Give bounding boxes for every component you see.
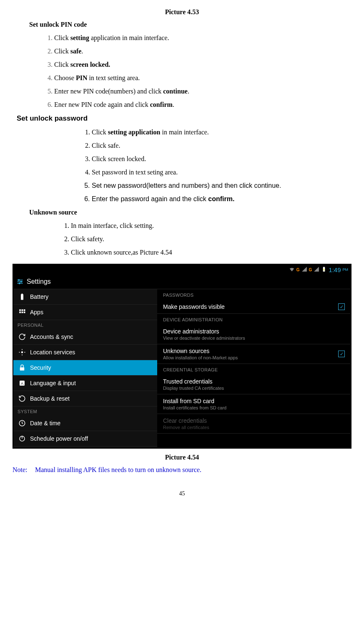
sidebar-item-label: Battery — [30, 293, 48, 300]
svg-rect-6 — [19, 309, 21, 311]
list-item: Choose PIN in text setting area. — [54, 74, 351, 82]
lock-icon — [18, 364, 26, 371]
caption-top: Picture 4.53 — [13, 8, 351, 16]
svg-rect-7 — [22, 309, 23, 311]
item-unknown-sources[interactable]: Unknown sources Allow installation of no… — [157, 344, 351, 364]
item-device-admins[interactable]: Device administrators View or deactivate… — [157, 325, 351, 344]
list-item: Enter the password again and the click c… — [92, 195, 351, 203]
network-g-icon: G — [309, 268, 312, 272]
list-item: Click setting application in main interf… — [92, 129, 351, 136]
item-subtitle: Display trusted CA certificates — [163, 386, 345, 391]
network-g-icon: G — [296, 268, 300, 272]
note-text: Manual installing APK files needs to tur… — [35, 466, 201, 473]
item-trusted-credentials[interactable]: Trusted credentials Display trusted CA c… — [157, 375, 351, 394]
sidebar-item-schedule[interactable]: Schedule power on/off — [13, 431, 157, 447]
status-bar: G G 1:49 PM — [13, 265, 351, 275]
status-pm: PM — [343, 268, 349, 272]
list-item: Enter new PIN code(numbers) and click co… — [54, 88, 351, 95]
item-title: Unknown sources — [163, 348, 345, 354]
list-item: Set password in text seting area. — [92, 169, 351, 176]
location-icon — [18, 348, 26, 356]
item-title: Device administrators — [163, 328, 345, 335]
sidebar-item-label: Location services — [30, 349, 75, 356]
sidebar-item-label: Accounts & sync — [30, 333, 73, 340]
svg-rect-11 — [24, 312, 25, 313]
clock-icon — [18, 419, 26, 427]
sidebar-item-label: Schedule power on/off — [30, 435, 88, 442]
settings-slider-icon — [17, 278, 23, 285]
right-pane: PASSWORDS Make passwords visible ✓ DEVIC… — [157, 289, 351, 448]
note-label: Note: — [13, 466, 33, 474]
list-item: Set new password(letters and numbers) an… — [92, 182, 351, 189]
item-subtitle: View or deactivate device administrators — [163, 336, 345, 341]
sidebar-item-language[interactable]: A Language & input — [13, 376, 157, 391]
checkbox-checked-icon[interactable]: ✓ — [338, 303, 345, 310]
section-credential-storage: CREDENTIAL STORAGE — [157, 364, 351, 375]
sidebar-item-location[interactable]: Location services — [13, 345, 157, 360]
android-settings-screenshot: G G 1:49 PM Settings Battery Apps PERSON… — [13, 264, 351, 449]
sidebar-item-label: Language & input — [30, 380, 76, 386]
list-item: Click safety. — [71, 235, 351, 243]
svg-text:A: A — [21, 381, 23, 386]
svg-rect-13 — [20, 367, 25, 371]
sidebar-item-security[interactable]: Security — [13, 360, 157, 376]
list-item: In main interface, click setting. — [71, 222, 351, 230]
language-icon: A — [18, 379, 26, 387]
signal-icon — [314, 266, 319, 273]
power-icon — [18, 435, 26, 442]
item-title: Make passwords visible — [163, 303, 345, 310]
sidebar-item-label: Backup & reset — [30, 395, 70, 402]
sidebar-item-label: Apps — [30, 309, 43, 316]
left-pane: Battery Apps PERSONAL Accounts & sync Lo… — [13, 289, 157, 448]
item-make-passwords-visible[interactable]: Make passwords visible ✓ — [157, 300, 351, 314]
pin-steps: Click setting application in main interf… — [54, 34, 351, 109]
section-passwords: PASSWORDS — [157, 289, 351, 300]
item-install-sd[interactable]: Install from SD card Install certificate… — [157, 394, 351, 414]
wifi-icon — [289, 266, 295, 273]
sidebar-item-datetime[interactable]: Date & time — [13, 416, 157, 431]
sidebar-item-battery[interactable]: Battery — [13, 289, 157, 305]
section-label-personal: PERSONAL — [13, 320, 157, 329]
sidebar-item-label: Security — [30, 364, 51, 371]
item-title: Clear credentials — [163, 417, 345, 424]
list-item: Click safe. — [54, 48, 351, 55]
svg-point-5 — [19, 283, 20, 284]
svg-rect-8 — [24, 309, 25, 311]
svg-point-4 — [20, 281, 22, 283]
svg-rect-10 — [22, 312, 23, 313]
item-subtitle: Remove all certificates — [163, 425, 345, 430]
sync-icon — [18, 333, 26, 341]
status-time: 1:49 — [329, 266, 341, 273]
list-item: Click screen locked. — [92, 155, 351, 163]
section-label-system: SYSTEM — [13, 406, 157, 416]
battery-icon — [18, 293, 26, 300]
item-title: Trusted credentials — [163, 378, 345, 385]
item-subtitle: Allow installation of non-Market apps — [163, 355, 345, 360]
sidebar-item-accounts[interactable]: Accounts & sync — [13, 329, 157, 345]
reset-icon — [18, 395, 26, 402]
apps-icon — [18, 308, 26, 316]
checkbox-checked-icon[interactable]: ✓ — [338, 351, 345, 357]
section-pin-title: Set unlock PIN code — [29, 21, 351, 28]
app-bar: Settings — [13, 275, 351, 289]
section-unknown-title: Unknown source — [29, 209, 351, 216]
page-number: 45 — [13, 490, 351, 497]
signal-icon — [301, 266, 307, 273]
note: Note: Manual installing APK files needs … — [13, 466, 351, 474]
item-clear-credentials: Clear credentials Remove all certificate… — [157, 414, 351, 434]
item-subtitle: Install certificates from SD card — [163, 405, 345, 410]
app-title: Settings — [27, 278, 51, 285]
svg-point-12 — [21, 351, 23, 353]
svg-point-3 — [18, 280, 20, 281]
caption-mid: Picture 4.54 — [13, 454, 351, 461]
sidebar-item-label: Date & time — [30, 420, 60, 427]
list-item: Click safe. — [92, 142, 351, 149]
password-steps: Click setting application in main interf… — [92, 129, 351, 203]
section-device-admin: DEVICE ADMINISTRATION — [157, 314, 351, 325]
sidebar-item-apps[interactable]: Apps — [13, 305, 157, 320]
list-item: Click unknown source,as Picture 4.54 — [71, 249, 351, 256]
svg-rect-9 — [19, 312, 21, 313]
sidebar-item-backup[interactable]: Backup & reset — [13, 391, 157, 406]
list-item: Ener new PIN code again and click confir… — [54, 101, 351, 109]
battery-icon — [321, 266, 327, 273]
